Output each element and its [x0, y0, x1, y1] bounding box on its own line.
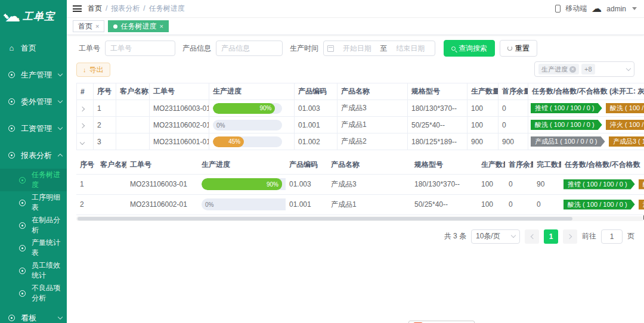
app-logo[interactable]: ☁ 工单宝: [0, 0, 67, 32]
progress-bar: 90%: [213, 103, 282, 114]
refresh-icon: [507, 46, 512, 51]
start-date-placeholder[interactable]: 开始日期: [336, 44, 378, 54]
chevron-right-icon: [566, 234, 571, 238]
process-detail-icon: [18, 200, 27, 206]
mobile-icon: [555, 5, 561, 13]
process-tag: 酸洗 ( 100 / 90 / 0 ): [606, 103, 644, 113]
table-row[interactable]: 1 MO231106003-01 90% 01.003 产成品3 180/130…: [76, 174, 644, 194]
main-table: # 序号 客户名称 工单号 生产进度 产品编码 产品名称 规格型号 生产数量 首…: [76, 83, 644, 150]
progress-filter-tag: 生产进度 ×: [538, 64, 579, 74]
detail-table-header: 序号 客户名称 工单号 生产进度 产品编码 产品名称 规格型号 生产数量 首序余…: [76, 156, 644, 174]
progress-bar: 0%: [202, 198, 286, 210]
remove-tag-icon[interactable]: ×: [569, 66, 576, 73]
sidebar-item-defect-analysis[interactable]: 不良品项分析: [0, 282, 67, 305]
avatar[interactable]: ☁: [592, 4, 602, 14]
scrollbar-thumb[interactable]: [78, 217, 572, 220]
username[interactable]: admin: [606, 5, 626, 13]
chevron-down-icon: [58, 72, 63, 76]
breadcrumb-home[interactable]: 首页: [88, 4, 107, 14]
sidebar-item-process-detail[interactable]: 工序明细表: [0, 191, 67, 214]
defect-icon: [18, 290, 27, 297]
progress-bar: 0%: [213, 120, 282, 131]
end-date-placeholder[interactable]: 结束日期: [390, 44, 432, 54]
sidebar-item-salary[interactable]: 工资管理: [0, 115, 67, 142]
cloud-logo-icon: ☁: [5, 8, 20, 24]
toolbar-row: ↓ 导出 生产进度 × +8: [76, 61, 644, 77]
table-row[interactable]: 3 MO231106001-01 45% 01.002 产成品2 180/125…: [77, 133, 644, 150]
tab-home[interactable]: 首页 ×: [73, 20, 104, 32]
mobile-label[interactable]: 移动端: [565, 4, 587, 14]
product-info-input[interactable]: [216, 41, 283, 56]
expand-row-icon[interactable]: [80, 106, 85, 111]
production-icon: [7, 72, 16, 78]
main-area: 首页 报表分析 任务树进度 移动端 ☁ admin 首页 × 任务树进度 × 工…: [67, 0, 644, 323]
progress-filter-select[interactable]: 生产进度 × +8: [534, 61, 634, 77]
page-size-select[interactable]: 10条/页: [471, 229, 520, 244]
goto-label: 前往: [582, 231, 596, 241]
process-tag: 推镗 ( 100 / 100 / 0 ): [564, 179, 635, 190]
goto-page-input[interactable]: [601, 229, 623, 244]
breadcrumb-task-tree: 任务树进度: [149, 4, 185, 14]
table-row[interactable]: 2 MO231106002-01 0% 01.001 产成品1 50/25*40…: [76, 194, 644, 215]
home-icon: ⌂: [7, 44, 16, 52]
reset-button[interactable]: 重置: [500, 40, 537, 57]
process-tag: 产成品1 ( 100 / 0 / 0 ): [531, 136, 605, 147]
page-unit-label: 页: [627, 231, 634, 241]
content: 工单号 产品信息 生产时间 开始日期 至 结束日期 查询搜索 重置: [67, 35, 644, 322]
chevron-down-icon: [58, 125, 63, 130]
active-tab-dot: [113, 24, 117, 29]
export-button[interactable]: ↓ 导出: [76, 63, 110, 77]
dashboard-icon: [7, 315, 16, 321]
search-button[interactable]: 查询搜索: [444, 40, 495, 57]
download-icon: ↓: [83, 66, 86, 73]
outsourcing-icon: [7, 98, 16, 105]
process-tag: 酸洗 ( 100 / 90 / 0 ): [639, 179, 644, 190]
user-dropdown-caret-icon[interactable]: [632, 7, 637, 10]
sidebar: ☁ 工单宝 ⌂ 首页 生产管理 委外管理 工资管理 报表分析: [0, 0, 67, 323]
process-tag: 产成品3 ( 100 / 90 / 0 ): [609, 136, 644, 147]
prev-page-button[interactable]: [525, 229, 539, 244]
app-title: 工单宝: [23, 10, 55, 23]
sidebar-item-wip-analysis[interactable]: 在制品分析: [0, 214, 67, 237]
order-no-input[interactable]: [105, 41, 175, 56]
breadcrumb: 首页 报表分析 任务树进度: [88, 4, 185, 14]
sidebar-item-outsourcing[interactable]: 委外管理: [0, 88, 67, 115]
product-info-label: 产品信息: [182, 44, 211, 54]
hamburger-menu-icon[interactable]: [73, 4, 82, 14]
sidebar-item-task-tree-progress[interactable]: 任务树进度: [0, 169, 67, 191]
process-tag: 淬火 ( 100 / 80 / 0 ): [606, 120, 644, 130]
date-to-label: 至: [380, 44, 388, 54]
sidebar-item-production[interactable]: 生产管理: [0, 61, 67, 88]
process-tag: 酸洗 ( 100 / 100 / 0 ): [564, 200, 635, 210]
chevron-up-icon: [58, 154, 63, 159]
close-icon[interactable]: ×: [159, 23, 163, 30]
chevron-down-icon: [626, 66, 631, 70]
order-no-label: 工单号: [79, 44, 100, 54]
sidebar-item-employee-performance[interactable]: 员工绩效统计: [0, 259, 67, 282]
total-count: 共 3 条: [444, 231, 466, 241]
salary-icon: [7, 125, 16, 132]
production-time-label: 生产时间: [290, 44, 318, 54]
top-navbar: 首页 报表分析 任务树进度 移动端 ☁ admin: [67, 0, 644, 18]
date-range-picker[interactable]: 开始日期 至 结束日期: [323, 41, 435, 56]
breadcrumb-reports[interactable]: 报表分析: [111, 4, 145, 14]
expand-row-icon[interactable]: [80, 123, 85, 128]
chevron-down-icon: [511, 233, 516, 238]
close-icon[interactable]: ×: [95, 23, 99, 30]
sidebar-item-output-stats[interactable]: 产量统计表: [0, 237, 67, 259]
page-number-1[interactable]: 1: [544, 229, 558, 244]
detail-table-wrapper: 序号 客户名称 工单号 生产进度 产品编码 产品名称 规格型号 生产数量 首序余…: [76, 156, 644, 221]
sidebar-item-home[interactable]: ⌂ 首页: [0, 35, 67, 61]
next-page-button[interactable]: [563, 229, 577, 244]
table-row[interactable]: 2 MO231106002-01 0% 01.001 产成品1 50/25*40…: [77, 117, 644, 133]
sidebar-item-dashboard[interactable]: 看板: [0, 305, 67, 323]
pagination: 共 3 条 10条/页 1 前往 页: [76, 229, 634, 244]
filter-row: 工单号 产品信息 生产时间 开始日期 至 结束日期 查询搜索 重置: [76, 40, 644, 57]
table-row[interactable]: 1 MO231106003-01 90% 01.003 产成品3 180/130…: [77, 100, 644, 117]
process-tag: 推镗 ( 100 / 100 / 0 ): [531, 103, 602, 113]
tab-task-tree-progress[interactable]: 任务树进度 ×: [108, 20, 168, 32]
collapse-row-icon[interactable]: [80, 139, 85, 144]
horizontal-scrollbar[interactable]: [76, 216, 644, 221]
sidebar-submenu-reports: 任务树进度 工序明细表 在制品分析 产量统计表 员工绩效统计 不良品项分析: [0, 169, 67, 305]
sidebar-item-reports[interactable]: 报表分析: [0, 142, 67, 169]
